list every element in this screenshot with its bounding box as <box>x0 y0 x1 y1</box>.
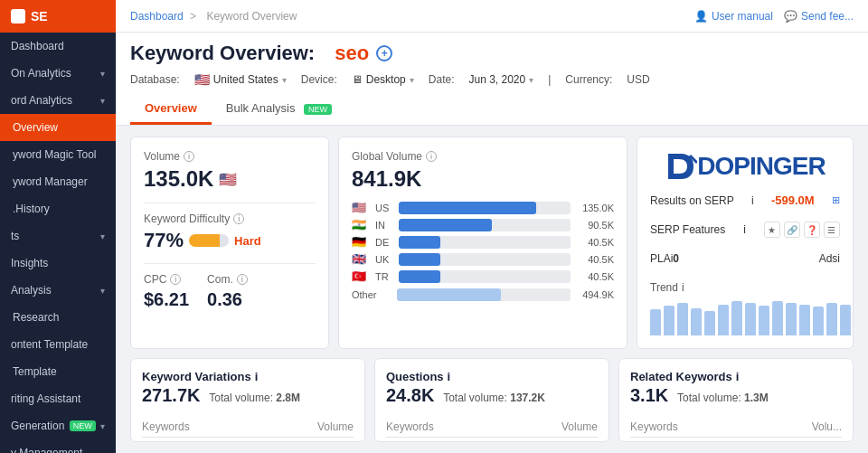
info-icon[interactable]: i <box>751 194 754 207</box>
q-keyword-cell: what is seo <box>386 438 513 443</box>
global-volume-value: 841.9K <box>352 166 614 192</box>
trend-bar-item <box>691 308 702 335</box>
kv-keyword-link[interactable]: seo <box>142 441 159 442</box>
sidebar-item-keyword-manager[interactable]: yword Manager <box>0 168 116 195</box>
rk-count: 3.1K <box>630 385 668 405</box>
sidebar-item-insights[interactable]: Insights <box>0 250 116 277</box>
rk-total-vol: Total volume: 1.3M <box>677 392 769 404</box>
sidebar-logo: SE <box>0 0 116 33</box>
cpc-value: $6.21 <box>144 289 189 310</box>
chevron-down-icon: ▾ <box>410 75 414 85</box>
difficulty-text: Hard <box>234 234 261 248</box>
bar-row-uk: 🇬🇧 UK 40.5K <box>352 252 614 266</box>
bottom-row: Keyword Variations i 271.7K Total volume… <box>130 358 854 442</box>
chevron-icon: ▾ <box>100 231 105 241</box>
com-value: 0.36 <box>207 289 248 310</box>
volume-label: Volume i <box>144 150 316 163</box>
bar-val-tr: 40.5K <box>576 271 614 282</box>
star-icon[interactable]: ★ <box>764 222 780 238</box>
device-filter[interactable]: 🖥 Desktop ▾ <box>352 73 414 86</box>
bar-code-de: DE <box>375 237 393 248</box>
q-keyword-link[interactable]: what is seo <box>386 441 440 442</box>
link-icon[interactable]: 🔗 <box>784 222 800 238</box>
sidebar-item-history[interactable]: .History <box>0 195 116 222</box>
sidebar-item-label: y Management <box>11 447 82 453</box>
rk-col-keywords: Keywords <box>630 417 760 438</box>
sidebar-item-research[interactable]: Research <box>0 304 116 331</box>
serp-results-label: Results on SERP <box>650 194 734 207</box>
bar-code-tr: TR <box>375 271 393 282</box>
sidebar-item-generation[interactable]: Generation NEW ▾ <box>0 412 116 439</box>
bar-fill-in <box>399 219 492 231</box>
info-icon[interactable]: i <box>426 151 437 162</box>
tab-bulk-analysis-label: Bulk Analysis <box>226 101 296 115</box>
date-filter[interactable]: Jun 3, 2020 ▾ <box>468 73 533 86</box>
currency-value: USD <box>627 73 649 86</box>
add-keyword-button[interactable]: + <box>376 45 392 61</box>
trend-bar-item <box>677 303 688 335</box>
rk-keyword-link[interactable]: about seo <box>630 441 678 442</box>
q-col-keywords: Keywords <box>386 417 513 438</box>
questions-card: Questions i 24.8K Total volume: 137.2K <box>374 358 609 442</box>
difficulty-bar <box>189 234 229 247</box>
topbar-actions: 👤 User manual 💬 Send fee... <box>694 10 854 23</box>
trend-chart <box>650 299 840 335</box>
serp-expand-icon[interactable]: ⊞ <box>832 194 840 206</box>
serp-features-row: SERP Features i ★ 🔗 ❓ ☰ <box>650 222 840 238</box>
info-icon[interactable]: i <box>736 370 740 383</box>
sidebar-item-dashboard[interactable]: Dashboard <box>0 33 116 60</box>
info-icon[interactable]: i <box>682 281 684 294</box>
in-flag-icon: 🇮🇳 <box>352 218 370 231</box>
breadcrumb-home[interactable]: Dashboard <box>130 10 184 23</box>
chevron-icon: ▾ <box>100 69 105 79</box>
info-icon[interactable]: i <box>255 370 259 383</box>
sidebar-item-label: riting Assistant <box>11 392 80 405</box>
keyword-difficulty-value: 77% Hard <box>144 229 316 252</box>
info-icon[interactable]: i <box>837 252 840 265</box>
database-value: United States <box>213 73 278 86</box>
bar-fill-de <box>399 236 440 249</box>
sidebar-item-label: On Analytics <box>11 67 71 80</box>
global-volume-card: Global Volume i 841.9K 🇺🇸 US 135.0K 🇮🇳 I… <box>338 137 627 349</box>
info-icon[interactable]: i <box>743 223 746 236</box>
info-icon[interactable]: i <box>448 370 451 383</box>
sidebar-item-analysis[interactable]: Analysis ▾ <box>0 277 116 304</box>
trend-bar-item <box>731 301 742 335</box>
sidebar-item-management[interactable]: y Management <box>0 439 116 453</box>
sidebar-item-on-analytics[interactable]: On Analytics ▾ <box>0 60 116 87</box>
kv-count: 271.7K <box>142 385 201 405</box>
sidebar-item-writing-assistant[interactable]: riting Assistant <box>0 385 116 412</box>
sidebar-item-content-template[interactable]: ontent Template <box>0 331 116 358</box>
bar-val-us: 135.0K <box>576 203 614 213</box>
sidebar-item-keyword-magic[interactable]: yword Magic Tool <box>0 141 116 168</box>
info-icon[interactable]: i <box>233 213 244 224</box>
sidebar-item-template[interactable]: Template <box>0 358 116 385</box>
new-badge: NEW <box>70 420 96 431</box>
keyword-difficulty-label: Keyword Difficulty i <box>144 212 316 225</box>
list-icon[interactable]: ☰ <box>824 222 840 238</box>
bar-val-other: 494.9K <box>576 289 614 300</box>
sidebar-item-keyword-analytics[interactable]: ord Analytics ▾ <box>0 87 116 114</box>
volume-value: 135.0K 🇺🇸 <box>144 166 316 192</box>
rk-title: Related Keywords i <box>630 370 842 383</box>
send-feedback-link[interactable]: 💬 Send fee... <box>784 10 854 23</box>
serp-card: DOPINGER Results on SERP i -599.0M ⊞ SER… <box>637 137 854 349</box>
bar-code-us: US <box>375 203 393 213</box>
bar-fill-uk <box>399 253 440 266</box>
tr-flag-icon: 🇹🇷 <box>352 269 370 283</box>
info-icon[interactable]: i <box>237 274 248 285</box>
tab-bulk-analysis[interactable]: Bulk Analysis NEW <box>212 94 346 125</box>
table-row: what is seo 18.1K <box>386 438 598 443</box>
question-icon[interactable]: ❓ <box>804 222 820 238</box>
serp-results-value: -599.0M <box>771 193 815 207</box>
info-icon[interactable]: i <box>184 151 194 162</box>
cpc-label: CPC i <box>144 273 189 286</box>
info-icon[interactable]: i <box>170 274 181 285</box>
user-manual-link[interactable]: 👤 User manual <box>694 10 773 23</box>
sidebar-item-ts[interactable]: ts ▾ <box>0 222 116 250</box>
trend-bar-item <box>786 303 797 335</box>
sidebar-item-overview[interactable]: Overview <box>0 114 116 141</box>
tab-overview[interactable]: Overview <box>130 94 212 125</box>
chevron-icon: ▾ <box>100 286 105 296</box>
database-filter[interactable]: 🇺🇸 United States ▾ <box>194 72 287 87</box>
